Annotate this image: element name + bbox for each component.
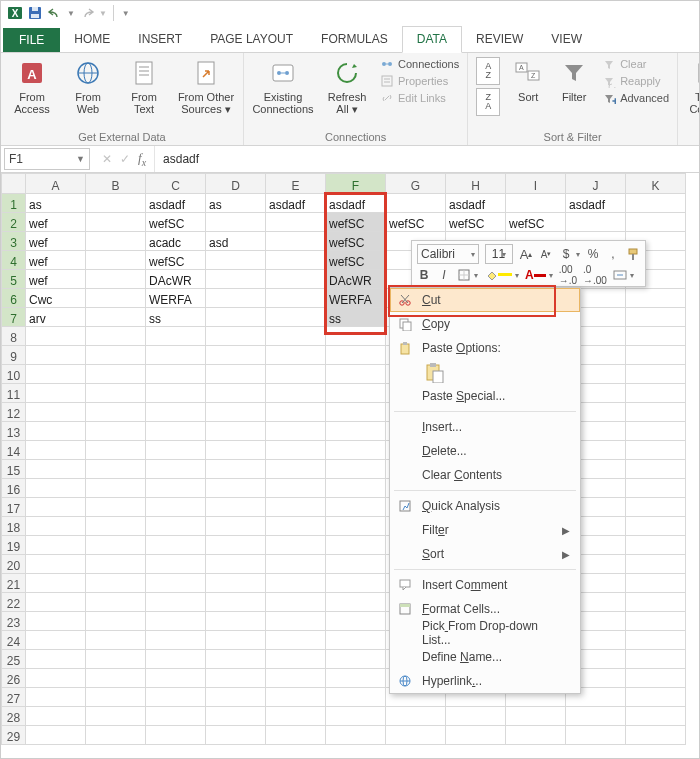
cell-K25[interactable] bbox=[626, 650, 686, 669]
cell-C15[interactable] bbox=[146, 460, 206, 479]
tab-insert[interactable]: INSERT bbox=[124, 27, 196, 52]
cell-F19[interactable] bbox=[326, 536, 386, 555]
cell-A2[interactable]: wef bbox=[26, 213, 86, 232]
cell-K18[interactable] bbox=[626, 517, 686, 536]
ctx-hyperlink[interactable]: Hyperlink... bbox=[390, 669, 580, 693]
cell-F5[interactable]: DAcWR bbox=[326, 270, 386, 289]
cell-G1[interactable] bbox=[386, 194, 446, 213]
cell-C6[interactable]: WERFA bbox=[146, 289, 206, 308]
cell-C13[interactable] bbox=[146, 422, 206, 441]
sort-desc-button[interactable]: ZA bbox=[476, 88, 500, 116]
row-header-18[interactable]: 18 bbox=[2, 517, 26, 536]
cell-D6[interactable] bbox=[206, 289, 266, 308]
cell-A12[interactable] bbox=[26, 403, 86, 422]
cell-H29[interactable] bbox=[446, 726, 506, 745]
cell-B15[interactable] bbox=[86, 460, 146, 479]
cell-E9[interactable] bbox=[266, 346, 326, 365]
cell-D10[interactable] bbox=[206, 365, 266, 384]
cell-A4[interactable]: wef bbox=[26, 251, 86, 270]
cell-D5[interactable] bbox=[206, 270, 266, 289]
cell-K14[interactable] bbox=[626, 441, 686, 460]
cell-C16[interactable] bbox=[146, 479, 206, 498]
cell-C9[interactable] bbox=[146, 346, 206, 365]
name-box-dropdown-icon[interactable]: ▼ bbox=[76, 154, 85, 164]
cell-C12[interactable] bbox=[146, 403, 206, 422]
advanced-button[interactable]: ✚Advanced bbox=[602, 91, 669, 105]
cell-D13[interactable] bbox=[206, 422, 266, 441]
cell-E2[interactable] bbox=[266, 213, 326, 232]
cell-A24[interactable] bbox=[26, 631, 86, 650]
cell-I1[interactable] bbox=[506, 194, 566, 213]
cell-F24[interactable] bbox=[326, 631, 386, 650]
cell-B7[interactable] bbox=[86, 308, 146, 327]
cell-A28[interactable] bbox=[26, 707, 86, 726]
cell-D19[interactable] bbox=[206, 536, 266, 555]
cell-A13[interactable] bbox=[26, 422, 86, 441]
cell-F28[interactable] bbox=[326, 707, 386, 726]
cell-K26[interactable] bbox=[626, 669, 686, 688]
row-header-11[interactable]: 11 bbox=[2, 384, 26, 403]
cell-F13[interactable] bbox=[326, 422, 386, 441]
cell-F22[interactable] bbox=[326, 593, 386, 612]
properties-button[interactable]: Properties bbox=[380, 74, 459, 88]
percent-format-icon[interactable]: % bbox=[586, 246, 600, 262]
cell-K1[interactable] bbox=[626, 194, 686, 213]
cell-A1[interactable]: as bbox=[26, 194, 86, 213]
cell-C29[interactable] bbox=[146, 726, 206, 745]
row-header-24[interactable]: 24 bbox=[2, 631, 26, 650]
cell-A16[interactable] bbox=[26, 479, 86, 498]
cell-F6[interactable]: WERFA bbox=[326, 289, 386, 308]
undo-dropdown-icon[interactable]: ▼ bbox=[67, 9, 75, 18]
cell-E24[interactable] bbox=[266, 631, 326, 650]
cell-D1[interactable]: as bbox=[206, 194, 266, 213]
format-painter-icon[interactable] bbox=[626, 246, 640, 262]
name-box[interactable]: F1 ▼ bbox=[4, 148, 90, 170]
sort-button[interactable]: AZ Sort bbox=[510, 57, 546, 103]
cell-E19[interactable] bbox=[266, 536, 326, 555]
cell-D25[interactable] bbox=[206, 650, 266, 669]
cell-F18[interactable] bbox=[326, 517, 386, 536]
cell-F26[interactable] bbox=[326, 669, 386, 688]
from-text-button[interactable]: From Text bbox=[121, 57, 167, 115]
cell-D8[interactable] bbox=[206, 327, 266, 346]
cell-E12[interactable] bbox=[266, 403, 326, 422]
ctx-copy[interactable]: Copy bbox=[390, 312, 580, 336]
cell-B19[interactable] bbox=[86, 536, 146, 555]
edit-links-button[interactable]: Edit Links bbox=[380, 91, 459, 105]
cell-E5[interactable] bbox=[266, 270, 326, 289]
cell-A5[interactable]: wef bbox=[26, 270, 86, 289]
cell-K27[interactable] bbox=[626, 688, 686, 707]
cell-F23[interactable] bbox=[326, 612, 386, 631]
cell-D28[interactable] bbox=[206, 707, 266, 726]
cell-C2[interactable]: wefSC bbox=[146, 213, 206, 232]
connections-button[interactable]: Connections bbox=[380, 57, 459, 71]
ctx-filter[interactable]: Filter▶ bbox=[390, 518, 580, 542]
cell-A17[interactable] bbox=[26, 498, 86, 517]
column-header-A[interactable]: A bbox=[26, 174, 86, 194]
cell-K29[interactable] bbox=[626, 726, 686, 745]
row-header-28[interactable]: 28 bbox=[2, 707, 26, 726]
row-header-12[interactable]: 12 bbox=[2, 403, 26, 422]
cell-D21[interactable] bbox=[206, 574, 266, 593]
row-header-5[interactable]: 5 bbox=[2, 270, 26, 289]
cell-F12[interactable] bbox=[326, 403, 386, 422]
row-header-1[interactable]: 1 bbox=[2, 194, 26, 213]
cell-B20[interactable] bbox=[86, 555, 146, 574]
cell-B12[interactable] bbox=[86, 403, 146, 422]
qat-customize-icon[interactable]: ▼ bbox=[120, 7, 132, 20]
cell-K23[interactable] bbox=[626, 612, 686, 631]
cell-F11[interactable] bbox=[326, 384, 386, 403]
row-header-16[interactable]: 16 bbox=[2, 479, 26, 498]
cell-D4[interactable] bbox=[206, 251, 266, 270]
cell-K19[interactable] bbox=[626, 536, 686, 555]
cell-B8[interactable] bbox=[86, 327, 146, 346]
increase-decimal-icon[interactable]: .00→.0 bbox=[559, 267, 577, 283]
cell-D3[interactable]: asd bbox=[206, 232, 266, 251]
tab-review[interactable]: REVIEW bbox=[462, 27, 537, 52]
row-header-23[interactable]: 23 bbox=[2, 612, 26, 631]
cell-J1[interactable]: asdadf bbox=[566, 194, 626, 213]
cell-K6[interactable] bbox=[626, 289, 686, 308]
cell-B23[interactable] bbox=[86, 612, 146, 631]
cell-B4[interactable] bbox=[86, 251, 146, 270]
cell-C25[interactable] bbox=[146, 650, 206, 669]
